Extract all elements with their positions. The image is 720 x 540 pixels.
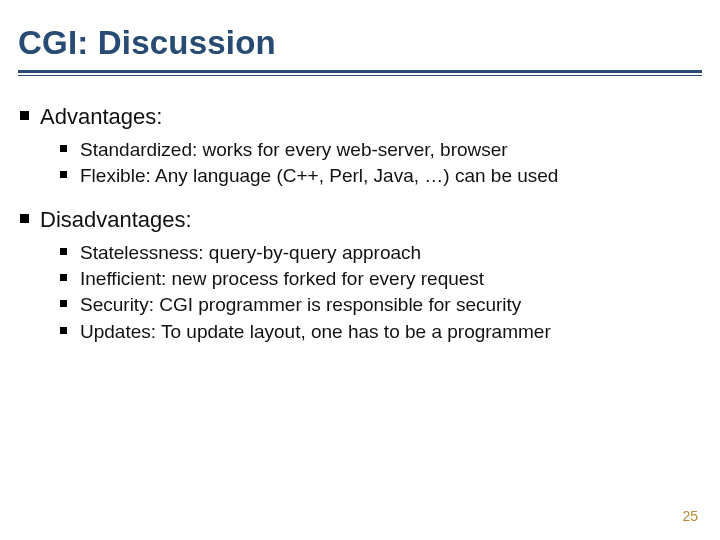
section-advantages: Advantages: Standardized: works for ever… bbox=[40, 104, 702, 189]
list-item: Updates: To update layout, one has to be… bbox=[80, 320, 702, 344]
title-rule bbox=[18, 70, 702, 76]
list-item: Inefficient: new process forked for ever… bbox=[80, 267, 702, 291]
list-item: Statelessness: query-by-query approach bbox=[80, 241, 702, 265]
bullet-list: Advantages: Standardized: works for ever… bbox=[18, 104, 702, 344]
disadvantages-list: Statelessness: query-by-query approach I… bbox=[40, 241, 702, 344]
section-heading: Advantages: bbox=[40, 104, 162, 129]
list-item: Security: CGI programmer is responsible … bbox=[80, 293, 702, 317]
advantages-list: Standardized: works for every web-server… bbox=[40, 138, 702, 189]
section-disadvantages: Disadvantages: Statelessness: query-by-q… bbox=[40, 207, 702, 344]
list-item: Standardized: works for every web-server… bbox=[80, 138, 702, 162]
slide-title: CGI: Discussion bbox=[18, 24, 702, 68]
list-item: Flexible: Any language (C++, Perl, Java,… bbox=[80, 164, 702, 188]
slide: CGI: Discussion Advantages: Standardized… bbox=[0, 0, 720, 540]
rule-thick bbox=[18, 70, 702, 73]
section-heading: Disadvantages: bbox=[40, 207, 192, 232]
page-number: 25 bbox=[682, 508, 698, 524]
rule-thin bbox=[18, 75, 702, 76]
